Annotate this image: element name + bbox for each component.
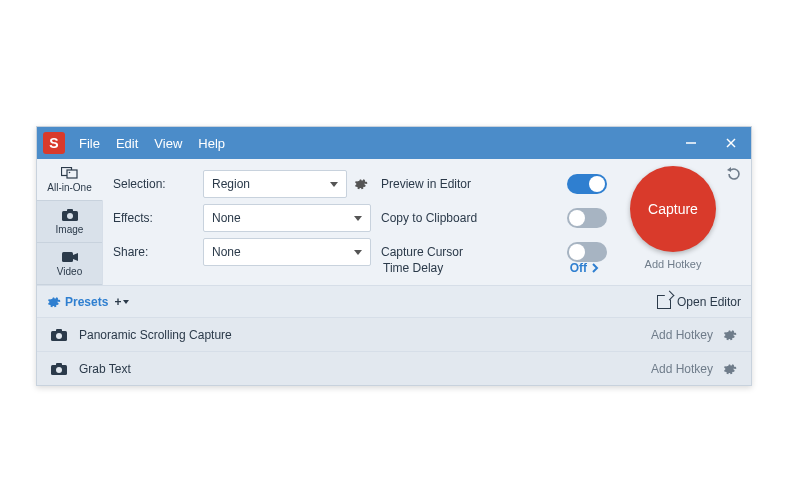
close-button[interactable] bbox=[711, 127, 751, 159]
cursor-toggle[interactable] bbox=[567, 242, 607, 262]
presets-link[interactable]: Presets bbox=[65, 295, 108, 309]
tab-label: All-in-One bbox=[47, 182, 91, 193]
tab-label: Video bbox=[57, 266, 82, 277]
svg-marker-10 bbox=[73, 253, 78, 261]
preset-add-hotkey[interactable]: Add Hotkey bbox=[651, 362, 713, 376]
effects-dropdown[interactable]: None bbox=[203, 204, 371, 232]
gear-icon bbox=[354, 177, 368, 191]
svg-rect-16 bbox=[56, 363, 62, 366]
preset-add-hotkey[interactable]: Add Hotkey bbox=[651, 328, 713, 342]
svg-point-17 bbox=[56, 367, 62, 373]
add-preset-button[interactable]: + bbox=[114, 295, 129, 309]
chevron-down-icon bbox=[354, 216, 362, 221]
preview-label: Preview in Editor bbox=[381, 177, 531, 191]
preset-name: Panoramic Scrolling Capture bbox=[79, 328, 232, 342]
gear-icon bbox=[723, 362, 737, 376]
copy-toggle[interactable] bbox=[567, 208, 607, 228]
capture-add-hotkey[interactable]: Add Hotkey bbox=[645, 258, 702, 270]
delay-value: Off bbox=[570, 261, 587, 275]
delay-label: Time Delay bbox=[383, 261, 443, 275]
preset-name: Grab Text bbox=[79, 362, 131, 376]
capture-button[interactable]: Capture bbox=[630, 166, 716, 252]
chevron-down-icon bbox=[123, 300, 129, 304]
svg-rect-13 bbox=[56, 329, 62, 332]
all-in-one-icon bbox=[61, 166, 79, 180]
selection-settings-button[interactable] bbox=[351, 177, 371, 191]
menu-file[interactable]: File bbox=[71, 136, 108, 151]
preset-row[interactable]: Grab Text Add Hotkey bbox=[37, 351, 751, 385]
selection-label: Selection: bbox=[113, 177, 193, 191]
chevron-down-icon bbox=[330, 182, 338, 187]
effects-value: None bbox=[212, 211, 241, 225]
video-icon bbox=[61, 250, 79, 264]
gear-icon bbox=[47, 295, 61, 309]
delay-button[interactable]: Off bbox=[533, 261, 605, 275]
preview-toggle[interactable] bbox=[567, 174, 607, 194]
undo-button[interactable] bbox=[725, 165, 743, 183]
mode-tabs: All-in-One Image Video bbox=[37, 159, 103, 285]
svg-rect-4 bbox=[67, 170, 77, 178]
titlebar: S File Edit View Help bbox=[37, 127, 751, 159]
open-editor-button[interactable]: Open Editor bbox=[657, 295, 741, 309]
tab-video[interactable]: Video bbox=[37, 243, 102, 285]
minimize-icon bbox=[685, 137, 697, 149]
open-editor-icon bbox=[657, 295, 671, 309]
share-dropdown[interactable]: None bbox=[203, 238, 371, 266]
presets-gear-icon[interactable] bbox=[47, 295, 61, 309]
svg-rect-9 bbox=[62, 252, 73, 262]
selection-value: Region bbox=[212, 177, 250, 191]
preset-settings-button[interactable] bbox=[723, 362, 737, 376]
menu-view[interactable]: View bbox=[146, 136, 190, 151]
svg-point-5 bbox=[68, 172, 70, 174]
capture-label: Capture bbox=[648, 201, 698, 217]
selection-dropdown[interactable]: Region bbox=[203, 170, 347, 198]
chevron-down-icon bbox=[354, 250, 362, 255]
tab-label: Image bbox=[56, 224, 84, 235]
open-editor-label: Open Editor bbox=[677, 295, 741, 309]
copy-label: Copy to Clipboard bbox=[381, 211, 531, 225]
chevron-right-icon bbox=[591, 263, 599, 273]
app-icon: S bbox=[43, 132, 65, 154]
share-value: None bbox=[212, 245, 241, 259]
effects-label: Effects: bbox=[113, 211, 193, 225]
svg-point-14 bbox=[56, 333, 62, 339]
share-label: Share: bbox=[113, 245, 193, 259]
cursor-label: Capture Cursor bbox=[381, 245, 531, 259]
camera-icon bbox=[61, 208, 79, 222]
preset-list: Panoramic Scrolling Capture Add Hotkey G… bbox=[37, 317, 751, 385]
main-area: All-in-One Image Video Selection: bbox=[37, 159, 751, 285]
svg-marker-11 bbox=[727, 167, 731, 172]
minimize-button[interactable] bbox=[671, 127, 711, 159]
presets-bar: Presets + Open Editor bbox=[37, 285, 751, 317]
app-window: S File Edit View Help All-in-One Im bbox=[36, 126, 752, 386]
tab-all-in-one[interactable]: All-in-One bbox=[37, 159, 103, 201]
options-panel: Selection: Region Preview in Editor Capt… bbox=[103, 159, 751, 285]
gear-icon bbox=[723, 328, 737, 342]
undo-icon bbox=[725, 165, 743, 183]
menu-help[interactable]: Help bbox=[190, 136, 233, 151]
preset-settings-button[interactable] bbox=[723, 328, 737, 342]
preset-row[interactable]: Panoramic Scrolling Capture Add Hotkey bbox=[37, 317, 751, 351]
close-icon bbox=[725, 137, 737, 149]
menu-edit[interactable]: Edit bbox=[108, 136, 146, 151]
camera-icon bbox=[51, 329, 67, 341]
camera-icon bbox=[51, 363, 67, 375]
svg-point-8 bbox=[67, 213, 73, 219]
svg-rect-7 bbox=[67, 209, 73, 212]
tab-image[interactable]: Image bbox=[37, 201, 102, 243]
